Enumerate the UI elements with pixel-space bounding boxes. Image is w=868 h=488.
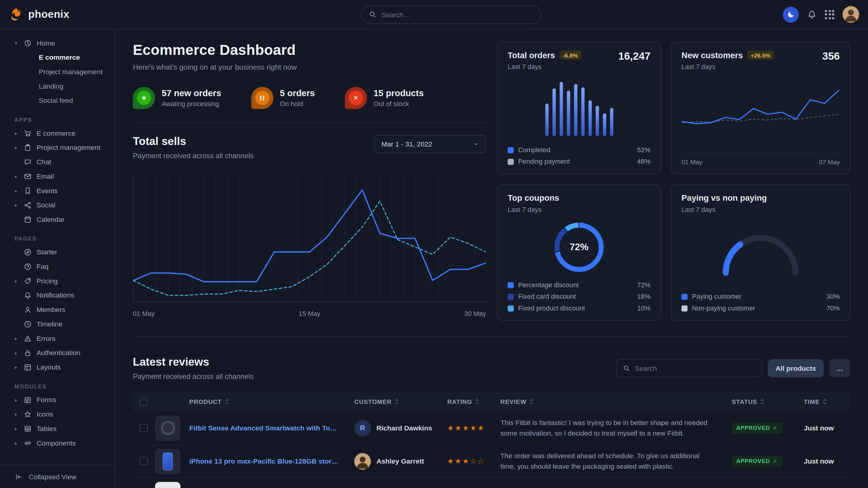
trend-badge: +26.5% — [747, 50, 774, 60]
sidebar-item-project-management[interactable]: Project management — [0, 65, 115, 79]
review-row: Fitbit Sense Advanced Smartwatch with To… — [133, 412, 850, 445]
review-time: Just now — [804, 424, 850, 432]
sidebar-item-social-feed[interactable]: Social feed — [0, 93, 115, 108]
sort-icon — [760, 398, 765, 405]
sidebar-item-icons[interactable]: ▸ Icons — [0, 407, 115, 422]
brand-home-link[interactable]: phoenix — [9, 7, 115, 22]
sidebar-item-label: Email — [36, 173, 54, 181]
bell-icon — [807, 10, 816, 19]
apps-grid-button[interactable] — [825, 10, 834, 19]
sidebar-item-faq[interactable]: Faq — [0, 260, 115, 274]
column-header-review[interactable]: REVIEW — [500, 398, 732, 405]
sidebar-item-starter[interactable]: Starter — [0, 245, 115, 260]
customer-name: Richard Dawkins — [376, 424, 432, 432]
total-orders-value: 16,247 — [618, 50, 651, 62]
stat-value: 5 orders — [280, 88, 315, 98]
sidebar-item-label: Social — [36, 201, 55, 209]
customer-cell: Ashley Garrett — [354, 453, 447, 469]
phoenix-logo-icon — [9, 7, 23, 22]
new-customers-line-chart — [682, 71, 840, 150]
card-title: Total orders — [507, 50, 555, 60]
pause-icon — [255, 91, 269, 105]
notifications-button[interactable] — [807, 10, 816, 19]
calendar-icon — [23, 216, 32, 224]
sidebar-item-timeline[interactable]: Timeline — [0, 317, 115, 331]
sidebar-item-layouts[interactable]: ▸ Layouts — [0, 360, 115, 375]
column-header-product[interactable]: PRODUCT — [189, 398, 354, 405]
sidebar-nav: ▾ HomeE commerceProject managementLandin… — [0, 29, 115, 465]
global-search[interactable] — [361, 5, 541, 24]
legend-row-fixed-card-discount: Fixed card discount 18% — [507, 293, 651, 300]
profile-avatar[interactable] — [843, 6, 859, 23]
dashboard-left-column: Ecommerce Dashboard Here's what's going … — [133, 42, 486, 321]
sidebar-item-home[interactable]: ▾ Home — [0, 36, 115, 50]
reviews-search[interactable] — [616, 359, 763, 378]
sidebar-item-landing[interactable]: Landing — [0, 79, 115, 93]
review-text: This Fitbit is fantastic! I was trying t… — [500, 418, 732, 438]
stat-caption: Out of stock — [374, 100, 424, 108]
sidebar-item-label: Components — [36, 439, 76, 447]
reviews-controls: All products … — [616, 359, 850, 378]
sidebar-item-label: Authentication — [36, 349, 80, 357]
date-range-select[interactable]: Mar 1 - 31, 2022 — [374, 135, 486, 154]
column-header-status[interactable]: STATUS — [732, 398, 804, 405]
legend-swatch — [507, 294, 514, 300]
sidebar-item-components[interactable]: ▸ Components — [0, 436, 115, 450]
sidebar-item-label: Starter — [36, 248, 57, 256]
column-header-customer[interactable]: CUSTOMER — [354, 398, 447, 405]
sidebar-item-forms[interactable]: ▸ Forms — [0, 393, 115, 407]
caret-right-icon: ▸ — [13, 350, 19, 356]
cart-icon — [23, 130, 32, 137]
global-search-input[interactable] — [381, 11, 533, 19]
card-period: Last 7 days — [682, 206, 840, 214]
stat-bubble: ★ — [133, 87, 155, 109]
donut-center-value: 72% — [570, 242, 588, 253]
all-products-button[interactable]: All products — [768, 359, 824, 378]
row-checkbox[interactable] — [140, 457, 148, 465]
select-all-checkbox[interactable] — [140, 398, 148, 406]
sidebar-item-label: Notifications — [36, 291, 74, 299]
navbar-actions — [783, 6, 859, 23]
customer-avatar — [354, 453, 371, 469]
stat-awating-processing: ★ 57 new orders Awating processing — [133, 87, 221, 109]
sidebar-item-project-management[interactable]: ▸ Project management — [0, 140, 115, 155]
sidebar-item-chat[interactable]: Chat — [0, 155, 115, 169]
sidebar-item-pricing[interactable]: ▸ Pricing — [0, 274, 115, 289]
theme-toggle-button[interactable] — [783, 6, 799, 22]
sidebar-item-notifications[interactable]: Notifications — [0, 288, 115, 303]
sidebar-item-calendar[interactable]: Calendar — [0, 213, 115, 227]
row-checkbox[interactable] — [140, 424, 148, 432]
share-icon — [23, 201, 32, 209]
person-icon — [843, 6, 859, 23]
sidebar-item-tables[interactable]: ▸ Tables — [0, 422, 115, 436]
column-header-rating[interactable]: RATING — [447, 398, 500, 405]
star-icon: ★ — [136, 91, 151, 105]
sidebar-item-social[interactable]: ▸ Social — [0, 198, 115, 213]
sidebar-item-events[interactable]: ▸ Events — [0, 184, 115, 198]
legend-label: Paying customer — [692, 293, 741, 300]
caret-right-icon: ▸ — [13, 188, 19, 194]
sidebar-item-members[interactable]: Members — [0, 303, 115, 317]
customer-name: Ashley Garrett — [376, 457, 424, 465]
reviews-search-input[interactable] — [635, 364, 755, 372]
sidebar-item-email[interactable]: ▸ Email — [0, 169, 115, 184]
sidebar-item-authentication[interactable]: ▸ Authentication — [0, 346, 115, 360]
sidebar-item-e-commerce[interactable]: E commerce — [0, 50, 115, 65]
more-options-button[interactable]: … — [829, 359, 850, 378]
sidebar-section-pages: PAGES — [0, 236, 115, 242]
product-link[interactable]: Fitbit Sense Advanced Smartwatch with To… — [189, 424, 354, 432]
x-tick: 15 May — [299, 310, 320, 318]
reviews-table: PRODUCTCUSTOMERRATINGREVIEWSTATUSTIME Fi… — [133, 392, 850, 488]
person-icon — [354, 453, 371, 469]
sort-icon — [823, 398, 827, 405]
customer-cell: RRichard Dawkins — [354, 420, 447, 436]
table-icon — [23, 425, 32, 433]
sidebar-item-errors[interactable]: ▸ Errors — [0, 331, 115, 346]
sidebar-item-e-commerce[interactable]: ▸ E commerce — [0, 126, 115, 140]
legend-swatch — [507, 159, 514, 165]
caret-right-icon: ▸ — [13, 365, 19, 370]
collapse-view-button[interactable]: Collapsed View — [0, 465, 115, 488]
product-link[interactable]: iPhone 13 pro max-Pacific Blue-128GB sto… — [189, 457, 354, 465]
column-header-time[interactable]: TIME — [804, 398, 850, 405]
sidebar-item-label: Project management — [36, 144, 100, 152]
